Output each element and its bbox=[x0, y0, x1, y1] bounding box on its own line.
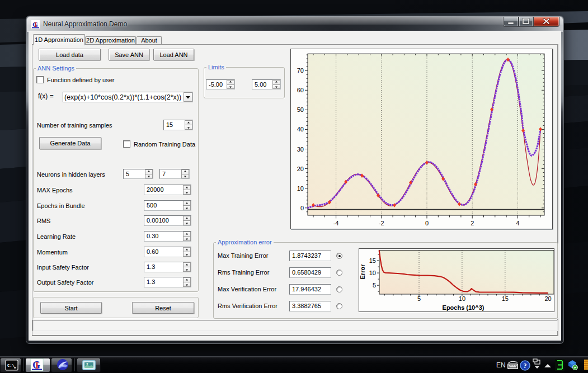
svg-text:0: 0 bbox=[300, 205, 304, 211]
svg-text:20: 20 bbox=[544, 295, 551, 302]
svg-text:C:\: C:\ bbox=[7, 363, 15, 368]
svg-text:30: 30 bbox=[297, 146, 304, 153]
svg-text:I: I bbox=[35, 360, 39, 371]
svg-text:40: 40 bbox=[297, 126, 304, 133]
svg-text:60: 60 bbox=[297, 87, 304, 93]
svg-text:5: 5 bbox=[373, 282, 376, 289]
svg-text:15: 15 bbox=[369, 257, 376, 264]
svg-text:15: 15 bbox=[502, 295, 509, 302]
svg-text:2: 2 bbox=[471, 220, 474, 226]
svg-text:20: 20 bbox=[297, 166, 304, 172]
svg-text:10: 10 bbox=[297, 185, 304, 192]
svg-text:0: 0 bbox=[425, 220, 429, 226]
svg-text:?: ? bbox=[524, 362, 527, 370]
svg-text:10: 10 bbox=[459, 295, 465, 302]
svg-text:I: I bbox=[34, 21, 37, 29]
svg-text:Epochs (10^3): Epochs (10^3) bbox=[443, 304, 484, 311]
svg-text:-2: -2 bbox=[379, 220, 384, 226]
svg-text:-4: -4 bbox=[333, 220, 339, 226]
svg-text:70: 70 bbox=[297, 67, 304, 74]
svg-text:5: 5 bbox=[417, 295, 421, 302]
svg-text:10: 10 bbox=[369, 270, 376, 276]
svg-text:4: 4 bbox=[516, 220, 519, 226]
svg-text:50: 50 bbox=[297, 106, 304, 113]
svg-text:Error: Error bbox=[359, 264, 366, 280]
